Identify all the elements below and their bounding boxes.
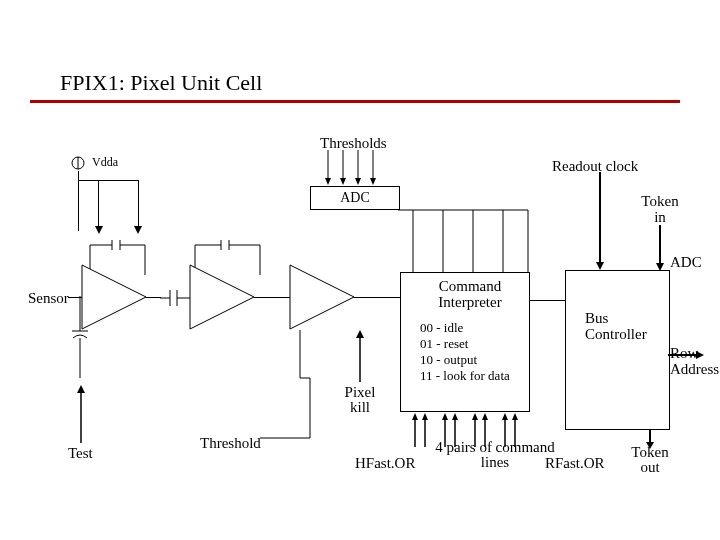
input-cap-icon — [72, 296, 88, 386]
svg-marker-15 — [696, 351, 704, 359]
arrowhead-icon — [134, 226, 142, 234]
threshold-label: Threshold — [200, 435, 261, 452]
cap-icon — [160, 290, 190, 306]
svg-marker-38 — [290, 265, 354, 329]
wire — [146, 297, 161, 298]
adc-out-label: ADC — [670, 254, 702, 271]
svg-marker-71 — [646, 442, 654, 449]
page-title: FPIX1: Pixel Unit Cell — [60, 70, 262, 96]
ci-to-bus-line — [530, 300, 565, 301]
mode-10: 10 - output — [420, 352, 477, 368]
threshold-arrow — [260, 370, 320, 440]
bus-controller-label: Bus Controller — [585, 310, 665, 342]
svg-marker-23 — [134, 226, 142, 234]
mode-00: 00 - idle — [420, 320, 463, 336]
svg-marker-68 — [502, 413, 508, 420]
svg-marker-37 — [190, 265, 254, 329]
arrowhead-icon — [95, 226, 103, 234]
wire — [78, 180, 138, 181]
wire — [254, 297, 290, 298]
adc-to-ci-lines — [398, 210, 533, 275]
svg-marker-63 — [422, 413, 428, 420]
cmd-pairs-label: 4 pairs of command lines — [430, 440, 560, 470]
title-rule — [30, 100, 680, 103]
pixel-kill-arrow — [355, 330, 365, 385]
svg-marker-66 — [472, 413, 478, 420]
svg-marker-69 — [512, 413, 518, 420]
svg-marker-22 — [95, 226, 103, 234]
vdda-symbol — [70, 155, 86, 171]
wire — [138, 180, 139, 230]
svg-marker-9 — [370, 178, 376, 185]
wire — [98, 180, 99, 230]
svg-marker-7 — [355, 178, 361, 185]
mode-01: 01 - reset — [420, 336, 468, 352]
svg-marker-5 — [340, 178, 346, 185]
amp-icon — [190, 265, 260, 329]
command-interpreter-label: Command Interpreter — [420, 278, 520, 310]
rfastor-label: RFast.OR — [545, 455, 605, 472]
svg-marker-11 — [596, 262, 604, 270]
threshold-arrows — [318, 150, 398, 190]
amp-icon — [82, 265, 152, 329]
hfastor-label: HFast.OR — [355, 455, 415, 472]
pixel-kill-label: Pixel kill — [340, 385, 380, 415]
svg-marker-65 — [452, 413, 458, 420]
amp-icon — [290, 265, 360, 329]
wire — [354, 297, 400, 298]
sensor-label: Sensor — [28, 290, 69, 307]
svg-marker-47 — [77, 385, 85, 393]
token-out-arrow — [645, 430, 655, 450]
test-label: Test — [68, 445, 93, 462]
svg-marker-53 — [356, 330, 364, 338]
readout-clock-arrow — [595, 172, 605, 272]
svg-marker-62 — [412, 413, 418, 420]
vdda-label: Vdda — [92, 155, 118, 170]
svg-marker-67 — [482, 413, 488, 420]
token-in-arrow — [655, 225, 665, 273]
svg-marker-3 — [325, 178, 331, 185]
svg-marker-36 — [82, 265, 146, 329]
test-arrow — [76, 385, 86, 445]
bus-controller-block — [565, 270, 670, 430]
mode-11: 11 - look for data — [420, 368, 510, 384]
token-in-text: Token in — [635, 193, 685, 225]
svg-marker-64 — [442, 413, 448, 420]
row-address-arrow — [668, 350, 708, 360]
token-in-label: Token in — [635, 193, 685, 226]
